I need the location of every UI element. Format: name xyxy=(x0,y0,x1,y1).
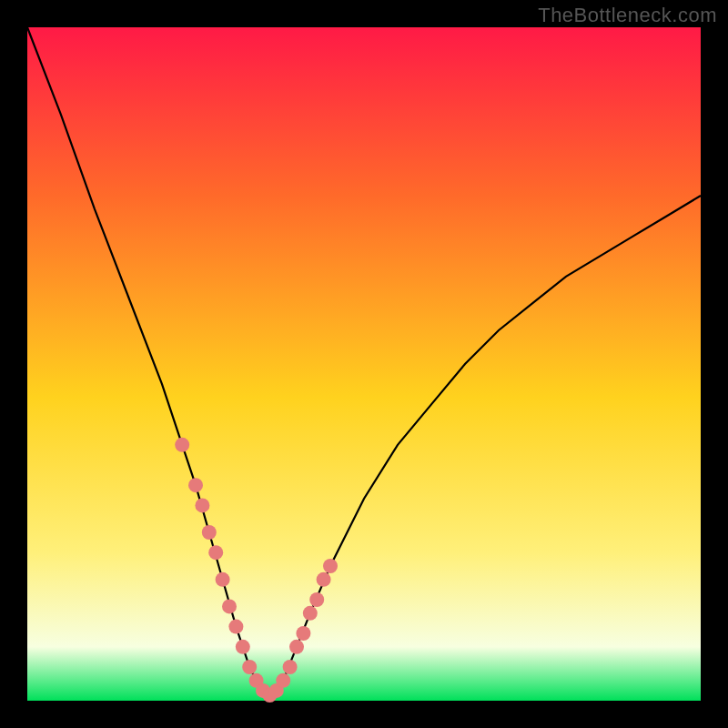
marker-dot xyxy=(323,559,338,573)
bottleneck-chart xyxy=(0,0,728,728)
marker-dot xyxy=(236,640,250,654)
marker-dot xyxy=(303,606,318,621)
marker-dot xyxy=(195,498,209,512)
marker-dot xyxy=(216,572,230,587)
chart-stage: TheBottleneck.com xyxy=(0,0,728,728)
plot-background xyxy=(27,27,701,701)
marker-dot xyxy=(208,545,223,560)
marker-dot xyxy=(289,640,304,654)
marker-dot xyxy=(228,620,243,634)
marker-dot xyxy=(317,572,331,587)
marker-dot xyxy=(283,660,298,674)
watermark-text: TheBottleneck.com xyxy=(538,4,717,27)
marker-dot xyxy=(276,673,290,688)
marker-dot xyxy=(309,592,324,607)
marker-dot xyxy=(202,525,217,540)
marker-dot xyxy=(242,660,257,674)
marker-dot xyxy=(296,626,310,641)
marker-dot xyxy=(188,478,203,492)
marker-dot xyxy=(222,599,237,613)
marker-dot xyxy=(175,438,189,452)
